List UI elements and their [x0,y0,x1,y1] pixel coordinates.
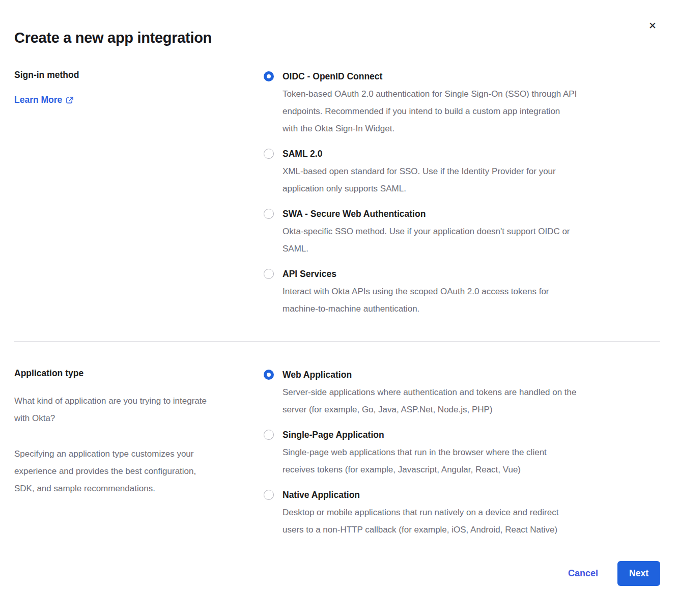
close-icon[interactable]: ✕ [645,18,660,33]
signin-method-heading: Sign-in method [14,69,264,81]
option-text: OIDC - OpenID Connect Token-based OAuth … [282,69,660,137]
option-text: Web Application Server-side applications… [282,367,660,418]
signin-method-section: Sign-in method Learn More OIDC - OpenID … [14,69,660,318]
option-label-saml: SAML 2.0 [282,146,660,161]
signin-method-left: Sign-in method Learn More [14,69,264,318]
option-text: API Services Interact with Okta APIs usi… [282,266,660,318]
radio-button-saml[interactable] [264,149,274,159]
option-label-web-application: Web Application [282,367,660,382]
option-text: SWA - Secure Web Authentication Okta-spe… [282,206,660,258]
option-text: SAML 2.0 XML-based open standard for SSO… [282,146,660,198]
external-link-icon [66,96,74,104]
signin-method-options: OIDC - OpenID Connect Token-based OAuth … [264,69,660,318]
option-description-native-application: Desktop or mobile applications that run … [282,504,660,539]
option-label-oidc: OIDC - OpenID Connect [282,69,660,84]
option-description-api-services: Interact with Okta APIs using the scoped… [282,283,660,318]
radio-option-web-application[interactable]: Web Application Server-side applications… [264,367,660,418]
section-divider [14,341,660,342]
radio-option-native-application[interactable]: Native Application Desktop or mobile app… [264,487,660,539]
radio-button-oidc[interactable] [264,71,274,81]
radio-button-web-application[interactable] [264,370,274,380]
create-app-integration-dialog: ✕ Create a new app integration Sign-in m… [0,0,678,616]
radio-button-swa[interactable] [264,209,274,219]
option-label-native-application: Native Application [282,487,660,502]
radio-option-single-page-application[interactable]: Single-Page Application Single-page web … [264,427,660,479]
option-description-saml: XML-based open standard for SSO. Use if … [282,163,660,198]
dialog-footer: Cancel Next [14,561,660,586]
application-type-left: Application type What kind of applicatio… [14,367,264,539]
radio-button-native-application[interactable] [264,490,274,500]
page-title: Create a new app integration [14,0,660,46]
radio-button-single-page-application[interactable] [264,430,274,440]
learn-more-link[interactable]: Learn More [14,95,74,105]
radio-option-saml[interactable]: SAML 2.0 XML-based open standard for SSO… [264,146,660,198]
application-type-explanation: Specifying an application type customize… [14,445,264,497]
option-label-single-page-application: Single-Page Application [282,427,660,442]
option-label-swa: SWA - Secure Web Authentication [282,206,660,221]
option-text: Native Application Desktop or mobile app… [282,487,660,539]
radio-option-api-services[interactable]: API Services Interact with Okta APIs usi… [264,266,660,318]
application-type-options: Web Application Server-side applications… [264,367,660,539]
next-button[interactable]: Next [617,561,660,586]
option-description-oidc: Token-based OAuth 2.0 authentication for… [282,86,660,137]
option-description-web-application: Server-side applications where authentic… [282,384,660,418]
application-type-question: What kind of application are you trying … [14,393,264,427]
application-type-heading: Application type [14,367,264,379]
option-label-api-services: API Services [282,266,660,282]
cancel-button[interactable]: Cancel [568,568,598,579]
learn-more-label: Learn More [14,95,62,105]
application-type-section: Application type What kind of applicatio… [14,367,660,539]
radio-button-api-services[interactable] [264,269,274,279]
radio-option-swa[interactable]: SWA - Secure Web Authentication Okta-spe… [264,206,660,258]
option-text: Single-Page Application Single-page web … [282,427,660,479]
option-description-single-page-application: Single-page web applications that run in… [282,444,660,479]
option-description-swa: Okta-specific SSO method. Use if your ap… [282,223,660,258]
radio-option-oidc[interactable]: OIDC - OpenID Connect Token-based OAuth … [264,69,660,137]
